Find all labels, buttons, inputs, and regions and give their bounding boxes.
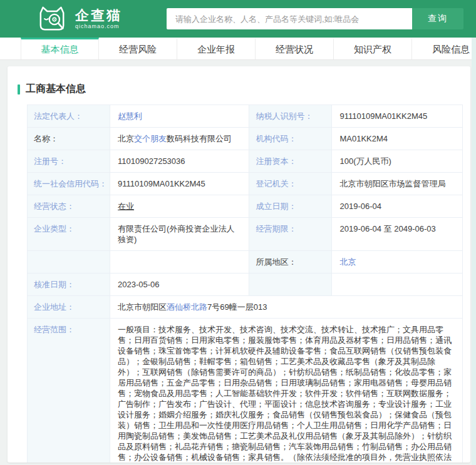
field-label-reg-no: 注册号： [28,150,110,173]
field-label-legal-rep: 法定代表人： [28,105,110,128]
empty-cell [28,251,110,273]
field-label-address: 企业地址： [28,296,110,319]
field-value-reg-authority: 北京市朝阳区市场监督管理局 [332,173,463,195]
table-row: 企业类型： 有限责任公司(外商投资企业法人独资) 经营期限： 2019-06-0… [28,218,463,251]
field-value-business-scope: 一般项目：技术服务、技术开发、技术咨询、技术交流、技术转让、技术推广；文具用品零… [110,319,463,463]
section-title-text: 工商基本信息 [26,83,86,96]
field-label-region: 所属地区： [249,251,332,273]
field-label-reg-capital: 注册资本： [249,150,332,173]
page-scrollbar[interactable] [472,38,476,465]
empty-cell [249,273,332,296]
tab-risk-info[interactable]: 风险信息 [412,38,476,59]
field-value-business-term: 2019-06-04 至 2049-06-03 [332,218,463,251]
table-row: 核准日期： 2023-05-06 [28,273,463,296]
tab-operation-status[interactable]: 经营状况 [256,38,334,59]
tab-annual-report[interactable]: 企业年报 [177,38,256,59]
table-row: 经营范围： 一般项目：技术服务、技术开发、技术咨询、技术交流、技术转让、技术推广… [28,319,463,463]
search-input[interactable] [167,8,412,29]
search-bar: 查询 [167,8,463,29]
company-name-suffix: 数码科技有限公司 [167,134,232,143]
field-label-taxpayer-id: 纳税人识别号： [249,105,332,128]
address-road-link[interactable]: 酒仙桥北路 [167,302,207,312]
section-accent-bar [18,84,20,95]
brand-text: 企查猫 qichamao.com [75,8,122,29]
field-value-reg-no: 110109027253036 [110,150,249,173]
tab-bar: 基本信息 经营风险 企业年报 经营状况 知识产权 风险信息 [0,38,476,60]
field-value-address: 北京市朝阳区酒仙桥北路7号69幢一层013 [110,296,463,319]
field-label-company-name: 名称： [28,128,110,150]
field-label-establish-date: 成立日期： [249,195,332,218]
field-label-reg-authority: 登记机关： [249,173,332,195]
address-suffix: 7号69幢一层013 [207,302,267,312]
tab-business-risk[interactable]: 经营风险 [99,38,177,59]
top-header: 企查猫 qichamao.com 查询 [0,0,476,38]
field-label-business-term: 经营期限： [249,218,332,251]
table-row: 统一社会信用代码： 91110109MA01KK2M45 登记机关： 北京市朝阳… [28,173,463,195]
field-value-org-code: MA01KK2M4 [332,128,463,150]
field-value-credit-code: 91110109MA01KK2M45 [110,173,249,195]
qichamao-cat-icon [36,4,69,33]
field-value-approval-date: 2023-05-06 [110,273,249,296]
brand-domain: qichamao.com [75,23,122,29]
field-value-legal-rep: 赵慧利 [110,105,249,128]
table-row: 法定代表人： 赵慧利 纳税人识别号： 91110109MA01KK2M45 [28,105,463,128]
brand-name: 企查猫 [75,8,122,23]
table-row: 所属地区： 北京 [28,251,463,273]
field-value-company-type: 有限责任公司(外商投资企业法人独资) [110,218,249,251]
field-label-approval-date: 核准日期： [28,273,110,296]
section-title: 工商基本信息 [18,83,463,96]
field-value-establish-date: 2019-06-04 [332,195,463,218]
field-label-status: 经营状态： [28,195,110,218]
search-button[interactable]: 查询 [412,8,463,29]
field-value-region: 北京 [332,251,463,273]
field-label-company-type: 企业类型： [28,218,110,251]
tab-basic-info[interactable]: 基本信息 [21,38,99,59]
company-name-prefix: 北京 [118,134,134,143]
field-value-taxpayer-id: 91110109MA01KK2M45 [332,105,463,128]
status-link[interactable]: 在业 [118,202,134,211]
table-row: 注册号： 110109027253036 注册资本： 100(万人民币) [28,150,463,173]
table-row: 经营状态： 在业 成立日期： 2019-06-04 [28,195,463,218]
empty-cell [332,273,463,296]
tab-intellectual-property[interactable]: 知识产权 [334,38,412,59]
field-value-reg-capital: 100(万人民币) [332,150,463,173]
field-value-company-name: 北京交个朋友数码科技有限公司 [110,128,249,150]
company-info-table: 法定代表人： 赵慧利 纳税人识别号： 91110109MA01KK2M45 名称… [27,105,463,462]
field-label-business-scope: 经营范围： [28,319,110,463]
region-link[interactable]: 北京 [339,257,356,267]
legal-rep-link[interactable]: 赵慧利 [118,111,142,121]
field-label-credit-code: 统一社会信用代码： [28,173,110,195]
address-prefix: 北京市朝阳区 [118,302,167,312]
field-label-org-code: 机构代码： [249,128,332,150]
table-row: 名称： 北京交个朋友数码科技有限公司 机构代码： MA01KK2M4 [28,128,463,150]
empty-cell [110,251,249,273]
table-row: 企业地址： 北京市朝阳区酒仙桥北路7号69幢一层013 [28,296,463,319]
company-name-keyword-link[interactable]: 交个朋友 [134,134,167,143]
field-value-status: 在业 [110,195,249,218]
qichamao-logo[interactable]: 企查猫 qichamao.com [36,4,122,33]
business-info-card: 工商基本信息 法定代表人： 赵慧利 纳税人识别号： 91110109MA01KK… [8,66,470,462]
